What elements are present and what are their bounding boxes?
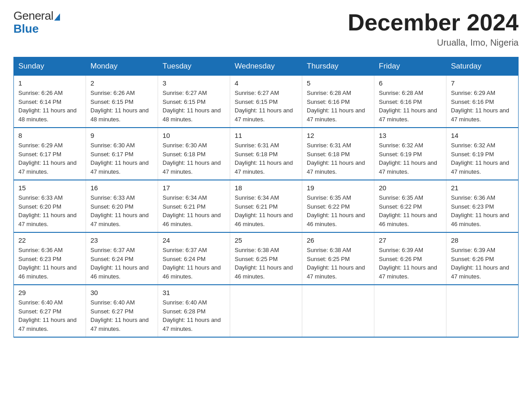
day-number: 29	[18, 289, 81, 296]
day-info: Sunrise: 6:30 AMSunset: 6:17 PMDaylight:…	[90, 141, 153, 176]
calendar-cell: 1Sunrise: 6:26 AMSunset: 6:14 PMDaylight…	[14, 76, 86, 128]
calendar-header-row: SundayMondayTuesdayWednesdayThursdayFrid…	[14, 57, 519, 76]
calendar-week-1: 1Sunrise: 6:26 AMSunset: 6:14 PMDaylight…	[14, 76, 519, 128]
calendar-cell: 12Sunrise: 6:31 AMSunset: 6:18 PMDayligh…	[302, 128, 374, 180]
calendar-cell: 23Sunrise: 6:37 AMSunset: 6:24 PMDayligh…	[86, 232, 158, 285]
title-block: December 2024 Urualla, Imo, Nigeria	[348, 9, 519, 48]
day-info: Sunrise: 6:40 AMSunset: 6:27 PMDaylight:…	[18, 298, 81, 333]
day-info: Sunrise: 6:30 AMSunset: 6:18 PMDaylight:…	[163, 141, 225, 176]
calendar-cell: 3Sunrise: 6:27 AMSunset: 6:15 PMDaylight…	[158, 76, 230, 128]
calendar-cell: 29Sunrise: 6:40 AMSunset: 6:27 PMDayligh…	[14, 285, 86, 337]
day-number: 11	[235, 132, 297, 139]
day-number: 23	[90, 236, 153, 244]
calendar-cell: 25Sunrise: 6:38 AMSunset: 6:25 PMDayligh…	[230, 232, 302, 285]
calendar-cell: 31Sunrise: 6:40 AMSunset: 6:28 PMDayligh…	[158, 285, 230, 337]
day-number: 8	[18, 132, 81, 139]
calendar-cell: 5Sunrise: 6:28 AMSunset: 6:16 PMDaylight…	[302, 76, 374, 128]
calendar-cell: 14Sunrise: 6:32 AMSunset: 6:19 PMDayligh…	[446, 128, 519, 180]
calendar-title: December 2024	[348, 9, 519, 36]
calendar-cell: 19Sunrise: 6:35 AMSunset: 6:22 PMDayligh…	[302, 180, 374, 232]
day-number: 6	[379, 79, 442, 87]
day-number: 26	[307, 236, 369, 244]
day-number: 30	[90, 289, 153, 296]
col-header-thursday: Thursday	[302, 57, 374, 76]
calendar-cell: 6Sunrise: 6:28 AMSunset: 6:16 PMDaylight…	[374, 76, 446, 128]
day-info: Sunrise: 6:31 AMSunset: 6:18 PMDaylight:…	[235, 141, 297, 176]
day-number: 9	[90, 132, 153, 139]
day-number: 10	[163, 132, 225, 139]
day-info: Sunrise: 6:29 AMSunset: 6:17 PMDaylight:…	[18, 141, 81, 176]
day-info: Sunrise: 6:37 AMSunset: 6:24 PMDaylight:…	[163, 246, 225, 281]
page-header: General Blue December 2024 Urualla, Imo,…	[13, 9, 519, 48]
day-number: 13	[379, 132, 442, 139]
calendar-cell: 8Sunrise: 6:29 AMSunset: 6:17 PMDaylight…	[14, 128, 86, 180]
day-info: Sunrise: 6:34 AMSunset: 6:21 PMDaylight:…	[235, 193, 297, 228]
day-info: Sunrise: 6:35 AMSunset: 6:22 PMDaylight:…	[307, 193, 369, 228]
calendar-cell: 2Sunrise: 6:26 AMSunset: 6:15 PMDaylight…	[86, 76, 158, 128]
day-number: 25	[235, 236, 297, 244]
day-info: Sunrise: 6:32 AMSunset: 6:19 PMDaylight:…	[379, 141, 442, 176]
day-number: 3	[163, 79, 225, 87]
calendar-cell: 24Sunrise: 6:37 AMSunset: 6:24 PMDayligh…	[158, 232, 230, 285]
col-header-sunday: Sunday	[14, 57, 86, 76]
col-header-saturday: Saturday	[446, 57, 519, 76]
day-number: 4	[235, 79, 297, 87]
day-info: Sunrise: 6:26 AMSunset: 6:14 PMDaylight:…	[18, 89, 81, 124]
day-number: 22	[18, 236, 81, 244]
day-info: Sunrise: 6:27 AMSunset: 6:15 PMDaylight:…	[235, 89, 297, 124]
day-info: Sunrise: 6:40 AMSunset: 6:27 PMDaylight:…	[90, 298, 153, 333]
day-info: Sunrise: 6:35 AMSunset: 6:22 PMDaylight:…	[379, 193, 442, 228]
day-info: Sunrise: 6:27 AMSunset: 6:15 PMDaylight:…	[163, 89, 225, 124]
day-number: 12	[307, 132, 369, 139]
day-info: Sunrise: 6:33 AMSunset: 6:20 PMDaylight:…	[90, 193, 153, 228]
calendar-week-3: 15Sunrise: 6:33 AMSunset: 6:20 PMDayligh…	[14, 180, 519, 232]
calendar-cell: 21Sunrise: 6:36 AMSunset: 6:23 PMDayligh…	[446, 180, 519, 232]
calendar-cell: 11Sunrise: 6:31 AMSunset: 6:18 PMDayligh…	[230, 128, 302, 180]
calendar-subtitle: Urualla, Imo, Nigeria	[348, 38, 519, 48]
day-info: Sunrise: 6:33 AMSunset: 6:20 PMDaylight:…	[18, 193, 81, 228]
day-number: 18	[235, 184, 297, 192]
calendar-week-5: 29Sunrise: 6:40 AMSunset: 6:27 PMDayligh…	[14, 285, 519, 337]
day-info: Sunrise: 6:38 AMSunset: 6:25 PMDaylight:…	[235, 246, 297, 281]
calendar-cell	[446, 285, 519, 337]
logo-general-text: General	[13, 9, 53, 23]
day-number: 27	[379, 236, 442, 244]
calendar-cell: 9Sunrise: 6:30 AMSunset: 6:17 PMDaylight…	[86, 128, 158, 180]
calendar-cell	[374, 285, 446, 337]
day-number: 20	[379, 184, 442, 192]
day-info: Sunrise: 6:39 AMSunset: 6:26 PMDaylight:…	[379, 246, 442, 281]
calendar-cell: 22Sunrise: 6:36 AMSunset: 6:23 PMDayligh…	[14, 232, 86, 285]
day-number: 16	[90, 184, 153, 192]
day-info: Sunrise: 6:39 AMSunset: 6:26 PMDaylight:…	[451, 246, 514, 281]
calendar-cell: 16Sunrise: 6:33 AMSunset: 6:20 PMDayligh…	[86, 180, 158, 232]
calendar-week-4: 22Sunrise: 6:36 AMSunset: 6:23 PMDayligh…	[14, 232, 519, 285]
col-header-wednesday: Wednesday	[230, 57, 302, 76]
day-info: Sunrise: 6:28 AMSunset: 6:16 PMDaylight:…	[307, 89, 369, 124]
calendar-cell: 17Sunrise: 6:34 AMSunset: 6:21 PMDayligh…	[158, 180, 230, 232]
col-header-monday: Monday	[86, 57, 158, 76]
calendar-week-2: 8Sunrise: 6:29 AMSunset: 6:17 PMDaylight…	[14, 128, 519, 180]
calendar-cell: 28Sunrise: 6:39 AMSunset: 6:26 PMDayligh…	[446, 232, 519, 285]
day-number: 1	[18, 79, 81, 87]
calendar-cell: 13Sunrise: 6:32 AMSunset: 6:19 PMDayligh…	[374, 128, 446, 180]
day-info: Sunrise: 6:37 AMSunset: 6:24 PMDaylight:…	[90, 246, 153, 281]
day-number: 31	[163, 289, 225, 296]
day-info: Sunrise: 6:29 AMSunset: 6:16 PMDaylight:…	[451, 89, 514, 124]
day-info: Sunrise: 6:36 AMSunset: 6:23 PMDaylight:…	[18, 246, 81, 281]
calendar-cell: 10Sunrise: 6:30 AMSunset: 6:18 PMDayligh…	[158, 128, 230, 180]
day-number: 19	[307, 184, 369, 192]
day-number: 21	[451, 184, 514, 192]
day-number: 2	[90, 79, 153, 87]
calendar-cell	[230, 285, 302, 337]
day-info: Sunrise: 6:38 AMSunset: 6:25 PMDaylight:…	[307, 246, 369, 281]
calendar-cell: 30Sunrise: 6:40 AMSunset: 6:27 PMDayligh…	[86, 285, 158, 337]
day-number: 15	[18, 184, 81, 192]
calendar-cell: 27Sunrise: 6:39 AMSunset: 6:26 PMDayligh…	[374, 232, 446, 285]
calendar-cell: 15Sunrise: 6:33 AMSunset: 6:20 PMDayligh…	[14, 180, 86, 232]
calendar-cell	[302, 285, 374, 337]
calendar-cell: 18Sunrise: 6:34 AMSunset: 6:21 PMDayligh…	[230, 180, 302, 232]
day-number: 14	[451, 132, 514, 139]
day-number: 17	[163, 184, 225, 192]
day-info: Sunrise: 6:31 AMSunset: 6:18 PMDaylight:…	[307, 141, 369, 176]
day-info: Sunrise: 6:34 AMSunset: 6:21 PMDaylight:…	[163, 193, 225, 228]
